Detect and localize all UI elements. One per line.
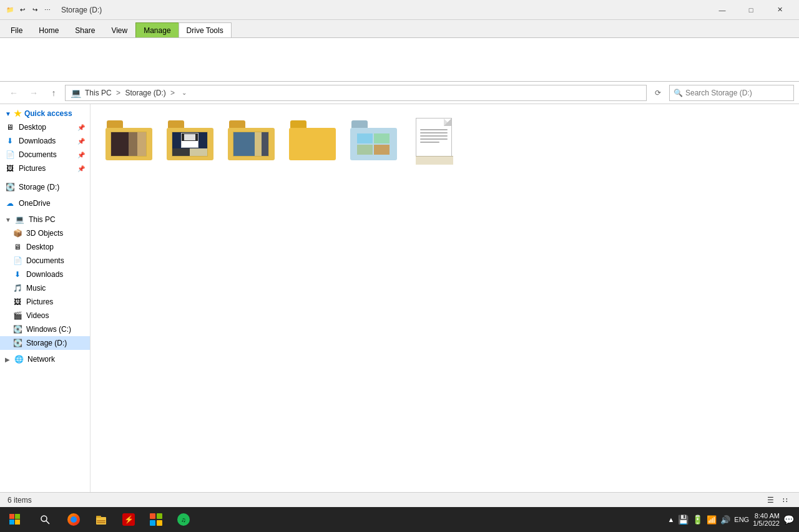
grid-view-button[interactable]: ∷ <box>779 494 792 506</box>
search-icon: 🔍 <box>674 89 683 97</box>
tab-drive-tools-sub[interactable]: Drive Tools <box>179 22 232 37</box>
sidebar-label-downloads: Downloads <box>26 270 63 279</box>
sidebar-label-music: Music <box>26 284 46 293</box>
taskbar-search-button[interactable] <box>30 507 60 532</box>
sidebar-item-network[interactable]: ▶ 🌐 Network <box>0 352 90 366</box>
sidebar-item-pictures[interactable]: 🖼 Pictures <box>0 295 90 309</box>
close-button[interactable]: ✕ <box>765 0 794 20</box>
taskbar-explorer[interactable] <box>87 507 115 532</box>
path-this-pc[interactable]: This PC <box>85 89 112 97</box>
taskbar-firefox[interactable] <box>60 507 87 532</box>
title-bar-icons: 📁 ↩ ↪ ⋯ <box>5 5 52 15</box>
sidebar-item-storage-d-quick[interactable]: 💽 Storage (D:) <box>0 180 90 194</box>
videos-folder-icon: 🎬 <box>12 311 22 321</box>
tab-file[interactable]: File <box>2 22 31 37</box>
sidebar-item-documents[interactable]: 📄 Documents <box>0 254 90 268</box>
list-item[interactable] <box>223 114 279 171</box>
svg-line-5 <box>46 521 49 524</box>
list-view-button[interactable]: ☰ <box>764 494 777 506</box>
taskbar-power-automate[interactable]: ⚡ <box>115 507 142 532</box>
folder-icon-2 <box>167 118 213 160</box>
back-button[interactable]: ← <box>5 84 22 102</box>
3dobjects-icon: 📦 <box>12 228 22 238</box>
list-item[interactable] <box>406 114 463 171</box>
search-input[interactable] <box>685 89 790 97</box>
windows-drive-icon: 💽 <box>12 324 22 334</box>
list-item[interactable] <box>284 114 340 171</box>
notification-icon[interactable]: 💬 <box>783 515 794 525</box>
sidebar-item-pictures-quick[interactable]: 🖼 Pictures 📌 <box>0 162 90 175</box>
new-folder-icon[interactable]: 📁 <box>5 5 15 15</box>
sidebar-item-documents-quick[interactable]: 📄 Documents 📌 <box>0 148 90 162</box>
list-item[interactable] <box>162 114 218 171</box>
text-file-icon <box>416 118 453 165</box>
volume-icon[interactable]: 🔊 <box>720 515 730 525</box>
up-button[interactable]: ↑ <box>45 84 62 102</box>
sidebar-item-onedrive[interactable]: ☁ OneDrive <box>0 196 90 210</box>
desktop-folder-icon: 🖥 <box>12 242 22 252</box>
props-icon[interactable]: ⋯ <box>42 5 52 15</box>
window-controls: — □ ✕ <box>708 0 794 20</box>
chevron-icon[interactable]: ▲ <box>667 516 674 523</box>
path-storage-d[interactable]: Storage (D:) <box>125 89 165 97</box>
taskbar-clock[interactable]: 8:40 AM 1/5/2022 <box>753 512 780 527</box>
wifi-icon[interactable]: 📶 <box>707 515 717 525</box>
minimize-button[interactable]: — <box>708 0 737 20</box>
tab-share[interactable]: Share <box>67 22 103 37</box>
windows-logo <box>9 514 21 525</box>
sidebar-item-downloads[interactable]: ⬇ Downloads <box>0 268 90 281</box>
content-area <box>91 104 799 492</box>
items-count: 6 items <box>7 496 32 505</box>
folder-icon-3 <box>228 118 275 160</box>
undo-icon[interactable]: ↩ <box>17 5 27 15</box>
taskbar-spotify[interactable]: ♫ <box>170 507 197 532</box>
downloads-folder-icon: ⬇ <box>12 269 22 279</box>
tab-home[interactable]: Home <box>31 22 67 37</box>
taskbar-right: ▲ 💾 🔋 📶 🔊 ENG 8:40 AM 1/5/2022 💬 <box>662 512 799 527</box>
pc-icon: 💻 <box>71 88 81 98</box>
sidebar-item-music[interactable]: 🎵 Music <box>0 281 90 295</box>
maximize-button[interactable]: □ <box>737 0 765 20</box>
this-pc-arrow: ▼ <box>5 216 11 223</box>
status-bar: 6 items ☰ ∷ <box>0 492 799 507</box>
sidebar-label-desktop: Desktop <box>26 243 54 251</box>
refresh-button[interactable]: ⟳ <box>649 84 667 102</box>
title-bar-left: 📁 ↩ ↪ ⋯ Storage (D:) <box>5 5 102 15</box>
tab-drive-tools[interactable]: Manage <box>135 22 179 37</box>
sidebar-label-windows-c: Windows (C:) <box>26 325 71 334</box>
sidebar-item-desktop-quick[interactable]: 🖥 Desktop 📌 <box>0 120 90 134</box>
svg-point-4 <box>41 516 47 521</box>
address-path[interactable]: 💻 This PC > Storage (D:) > ⌄ <box>65 85 647 101</box>
sidebar-item-this-pc[interactable]: ▼ 💻 This PC <box>0 213 90 226</box>
quick-access-arrow: ▼ <box>5 110 11 117</box>
usb-icon[interactable]: 💾 <box>678 515 689 525</box>
redo-icon[interactable]: ↪ <box>30 5 40 15</box>
list-item[interactable] <box>100 114 157 171</box>
ribbon-content <box>0 37 799 81</box>
list-item[interactable] <box>345 114 401 171</box>
sidebar-item-desktop[interactable]: 🖥 Desktop <box>0 240 90 254</box>
forward-button[interactable]: → <box>25 84 42 102</box>
svg-rect-1 <box>15 514 20 519</box>
quick-access-header: ▼ ★ Quick access <box>0 107 90 120</box>
tab-view[interactable]: View <box>103 22 135 37</box>
taskbar-windows-store[interactable] <box>142 507 170 532</box>
svg-rect-11 <box>157 513 162 519</box>
sidebar-label-desktop-quick: Desktop <box>19 123 46 132</box>
svg-rect-9 <box>97 522 105 523</box>
lang-label[interactable]: ENG <box>734 516 749 523</box>
start-button[interactable] <box>0 507 30 532</box>
desktop-icon: 🖥 <box>5 122 15 132</box>
sidebar-item-downloads-quick[interactable]: ⬇ Downloads 📌 <box>0 134 90 148</box>
battery-icon[interactable]: 🔋 <box>692 515 703 525</box>
sidebar-label-documents-quick: Documents <box>19 150 57 159</box>
system-tray: ▲ 💾 🔋 📶 🔊 ENG <box>667 515 749 525</box>
sidebar-item-windows-c[interactable]: 💽 Windows (C:) <box>0 322 90 336</box>
sidebar-item-videos[interactable]: 🎬 Videos <box>0 309 90 322</box>
clock-time: 8:40 AM <box>753 512 780 520</box>
sidebar-item-storage-d[interactable]: 💽 Storage (D:) <box>0 336 90 350</box>
sidebar-label-downloads-quick: Downloads <box>19 137 56 145</box>
clock-date: 1/5/2022 <box>753 520 780 527</box>
sidebar-item-3dobjects[interactable]: 📦 3D Objects <box>0 226 90 240</box>
taskbar: ⚡ ♫ ▲ 💾 🔋 📶 🔊 E <box>0 507 799 532</box>
